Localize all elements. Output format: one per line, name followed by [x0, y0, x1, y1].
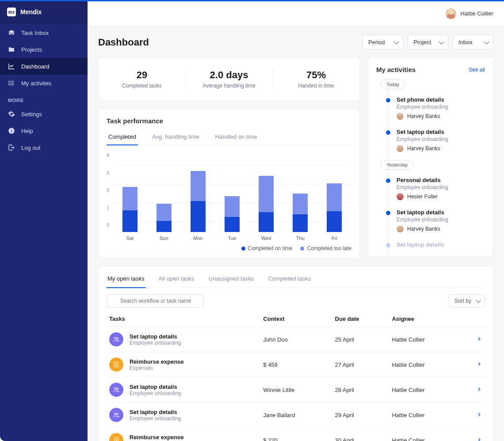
logout-icon: [8, 144, 15, 151]
filter-project[interactable]: Project: [408, 35, 448, 49]
task-name: Set laptop details: [130, 384, 181, 390]
task-type-icon: [109, 433, 123, 441]
svg-point-5: [9, 84, 9, 85]
svg-point-3: [9, 81, 9, 81]
sort-select[interactable]: Sort by: [449, 294, 485, 308]
task-type-icon: [109, 408, 123, 422]
search-input[interactable]: [107, 294, 204, 308]
sidebar-item-projects[interactable]: Projects: [0, 41, 88, 58]
task-due: 25 April: [332, 327, 389, 352]
page-title: Dashboard: [98, 37, 149, 48]
avatar-icon: [397, 145, 404, 152]
column-header: Context: [260, 311, 332, 327]
kpi-value: 2.0 days: [190, 69, 268, 81]
activity-person: Harvey Banks: [397, 145, 485, 152]
activity-item[interactable]: Personal detailsEmployee onboardingHeste…: [382, 174, 485, 206]
table-row[interactable]: Set laptop detailsEmployee onboardingJan…: [107, 403, 485, 428]
table-row[interactable]: Set laptop detailsEmployee onboardingWin…: [107, 377, 485, 403]
filter-period[interactable]: Period: [363, 35, 403, 49]
activities-card: My activities See all TodaySet phone det…: [368, 57, 493, 256]
task-due: 27 April: [332, 352, 389, 377]
task-context: John Doo: [260, 327, 332, 352]
task-context: $ 220: [260, 428, 332, 441]
task-tab[interactable]: Unassigned tasks: [208, 273, 255, 288]
day-pill: Today: [381, 80, 405, 89]
sidebar-item-task-inbox[interactable]: Task Inbox: [0, 24, 88, 41]
avatar-icon: [397, 225, 404, 232]
timeline-dot: [386, 130, 390, 135]
activity-title: Personal details: [397, 177, 485, 183]
task-due: 29 April: [332, 403, 389, 428]
task-assignee: Hattie Collier: [389, 327, 462, 352]
task-name: Set laptop details: [130, 333, 181, 340]
chevron-right-icon[interactable]: [463, 377, 485, 403]
task-assignee: Hattie Collier: [389, 428, 462, 441]
task-sub: Expenses: [130, 365, 184, 371]
avatar: [446, 8, 456, 19]
y-tick: 2: [107, 187, 109, 193]
filter-inbox[interactable]: Inbox: [453, 35, 493, 49]
column-header: Due date: [332, 311, 389, 327]
svg-rect-7: [11, 130, 11, 133]
sidebar-item-dashboard[interactable]: Dashboard: [0, 58, 88, 75]
activity-item[interactable]: Set phone detailsEmployee onboardingHarv…: [382, 94, 485, 126]
kpi-label: Completed tasks: [103, 83, 181, 89]
task-assignee: Hattie Collier: [389, 352, 462, 377]
perf-title: Task performance: [107, 117, 351, 125]
sidebar-item-help[interactable]: Help: [0, 122, 88, 139]
task-name: Set laptop details: [130, 409, 181, 415]
table-row[interactable]: Reimburse expenseExpenses$ 22030 AprilHa…: [107, 428, 485, 441]
see-all-link[interactable]: See all: [469, 67, 485, 73]
legend-too-late: Completed too late: [300, 245, 351, 251]
activities-title: My activities: [376, 66, 416, 73]
chevron-right-icon[interactable]: [463, 428, 485, 441]
perf-tab[interactable]: Completed: [107, 130, 138, 145]
sidebar-item-my-activites[interactable]: My activites: [0, 75, 88, 91]
svg-point-11: [115, 337, 116, 339]
activity-item[interactable]: Set laptop detailsEmployee onboardingHar…: [382, 206, 485, 239]
kpi-value: 75%: [277, 69, 355, 81]
svg-point-14: [117, 388, 118, 389]
sidebar-item-settings[interactable]: Settings: [0, 106, 88, 122]
x-label: Wed: [261, 236, 271, 241]
sidebar-item-log-out[interactable]: Log out: [0, 139, 88, 156]
activity-item[interactable]: Set laptop detailsEmployee onboardingHar…: [382, 126, 485, 158]
avatar-icon: [397, 193, 404, 200]
user-name: Hattie Collier: [461, 10, 493, 17]
y-tick: 1: [107, 205, 109, 210]
svg-rect-8: [11, 129, 11, 129]
activity-item[interactable]: Set laptop details: [382, 239, 485, 254]
kpi-label: Average handling time: [190, 83, 268, 89]
chevron-right-icon[interactable]: [463, 352, 485, 377]
x-label: Mon: [193, 236, 202, 241]
user-menu[interactable]: Hattie Collier: [446, 8, 493, 19]
list-icon: [8, 80, 15, 87]
perf-tab[interactable]: Avg. handling time: [150, 130, 201, 145]
task-tab[interactable]: Completed tasks: [267, 273, 312, 288]
task-type-icon: [109, 357, 123, 372]
chevron-right-icon[interactable]: [463, 403, 485, 428]
activity-person: Harvey Banks: [397, 113, 485, 120]
perf-tab[interactable]: Handled on time: [214, 130, 259, 145]
kpi-row: 29Completed tasks2.0 daysAverage handlin…: [98, 57, 360, 101]
avatar-icon: [397, 113, 404, 120]
task-sub: Employee onboarding: [130, 390, 181, 396]
chevron-right-icon[interactable]: [463, 327, 485, 352]
tasks-card: My open tasksAll open tasksUnassigned ta…: [98, 266, 493, 441]
activity-title: Set laptop details: [397, 129, 485, 135]
sidebar-item-label: Projects: [21, 46, 42, 53]
table-row[interactable]: Reimburse expenseExpenses$ 45927 AprilHa…: [107, 352, 485, 377]
activity-sub: Employee onboarding: [397, 136, 485, 142]
task-tab[interactable]: My open tasks: [107, 273, 145, 288]
activity-person: Hester Fuller: [397, 193, 485, 200]
inbox-icon: [8, 29, 15, 36]
task-tab[interactable]: All open tasks: [158, 273, 195, 288]
kpi-label: Handed in time: [277, 83, 355, 89]
table-row[interactable]: Set laptop detailsEmployee onboardingJoh…: [107, 327, 485, 352]
task-due: 28 April: [332, 377, 389, 403]
task-performance-card: Task performance CompletedAvg. handling …: [98, 109, 360, 258]
activity-title: Set laptop details: [397, 209, 485, 216]
svg-point-15: [115, 413, 116, 414]
column-header: Asignee: [389, 311, 462, 327]
bar-col: Fri: [322, 183, 347, 241]
